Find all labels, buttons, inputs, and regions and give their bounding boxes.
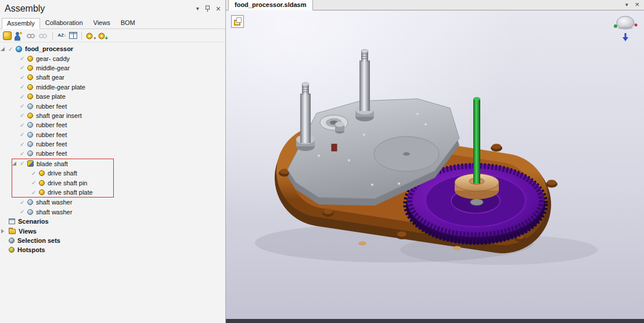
tree-item-middle-gear[interactable]: ✓middle-gear — [0, 63, 225, 73]
sort-alphabetical-icon[interactable]: AZ↓ — [57, 31, 67, 41]
panel-close-icon[interactable]: × — [216, 6, 221, 12]
tree-item-drive-shaft-plate[interactable]: ✓drive shaft plate — [12, 188, 113, 197]
tree-item-food-processor[interactable]: ✓food_processor — [0, 44, 225, 53]
expander-icon[interactable] — [12, 162, 16, 166]
model-standoff-cylinder-left[interactable] — [296, 82, 315, 151]
tree-item-rubber-feet[interactable]: ✓rubber feet — [0, 101, 225, 110]
tree-item-shaft-washer[interactable]: ✓shaft washer — [0, 198, 225, 207]
part-icon — [39, 170, 45, 176]
add-gear-icon[interactable]: + — [98, 31, 108, 41]
tree-item-label: gear- caddy — [36, 55, 70, 62]
add-component-icon[interactable] — [3, 31, 12, 40]
visibility-checkbox[interactable]: ✓ — [20, 103, 27, 109]
scenarios-icon — [9, 218, 15, 224]
visibility-gear-icon[interactable]: ▾ — [86, 31, 96, 41]
visibility-checkbox[interactable]: ✓ — [20, 209, 27, 215]
tree-item-label: drive shaft — [48, 170, 77, 177]
visibility-checkbox[interactable]: ✓ — [20, 141, 27, 148]
tree-item-label: base plate — [36, 93, 66, 100]
panel-tab-assembly[interactable]: Assembly — [2, 18, 40, 29]
doc-close-icon[interactable]: × — [635, 0, 639, 9]
visibility-checkbox[interactable]: ✓ — [20, 64, 27, 71]
tree-item-rubber-feet[interactable]: ✓rubber feet — [0, 139, 225, 149]
tree-item-scenarios[interactable]: Scenarios — [0, 217, 225, 226]
orbit-sphere-icon — [613, 14, 638, 45]
tree-item-base-plate[interactable]: ✓base plate — [0, 92, 225, 101]
viewport-mode-button[interactable] — [231, 15, 244, 28]
visibility-checkbox[interactable]: ✓ — [20, 84, 27, 90]
tree-item-drive-shaft[interactable]: ✓drive shaft — [12, 168, 113, 178]
tree-item-gear-caddy[interactable]: ✓gear- caddy — [0, 53, 225, 63]
visibility-checkbox[interactable]: ✓ — [20, 122, 27, 128]
tree-item-label: Scenarios — [18, 218, 49, 225]
selection-highlight-box: ✓blade shaft✓drive shaft✓drive shaft pin… — [12, 159, 114, 198]
document-tabbar: food_processor.sldasm ▾ × — [226, 0, 644, 10]
tree-item-label: rubber feet — [36, 141, 67, 148]
tree-item-label: shaft washer — [36, 199, 72, 206]
viewport-3d[interactable] — [226, 10, 644, 323]
fastener-icon — [27, 141, 33, 147]
panel-menu-icon[interactable]: ▾ — [196, 6, 199, 12]
panel-tab-bom[interactable]: BOM — [116, 17, 141, 28]
tree-item-label: shaft gear insert — [36, 112, 82, 119]
toolbar-separator — [81, 32, 82, 40]
tree-item-selection-sets[interactable]: Selection sets — [0, 236, 225, 245]
document-tab[interactable]: food_processor.sldasm — [228, 0, 313, 10]
navigation-widget[interactable] — [613, 14, 638, 45]
panel-header: Assembly ▾ × — [0, 0, 225, 17]
panel-tab-collaboration[interactable]: Collaboration — [40, 17, 88, 28]
fastener-icon — [27, 103, 33, 109]
part-icon — [27, 94, 33, 99]
visibility-checkbox[interactable]: ✓ — [20, 94, 27, 100]
collaboration-actor-icon[interactable] — [14, 31, 24, 41]
visibility-checkbox[interactable]: ✓ — [31, 189, 38, 196]
visibility-checkbox[interactable]: ✓ — [31, 180, 38, 186]
panel-tabbar: AssemblyCollaborationViewsBOM — [0, 17, 225, 29]
tree-item-rubber-feet[interactable]: ✓rubber feet — [0, 130, 225, 139]
expander-icon[interactable] — [1, 47, 5, 51]
tree-item-label: middle-gear plate — [36, 84, 85, 91]
tree-item-hotspots[interactable]: Hotspots — [0, 245, 225, 254]
visibility-checkbox[interactable]: ✓ — [20, 160, 27, 167]
hotspots-icon — [9, 247, 15, 253]
doc-tab-list-icon[interactable]: ▾ — [625, 2, 628, 8]
visibility-checkbox[interactable]: ✓ — [20, 199, 27, 206]
model-standoff-cylinder-right[interactable] — [355, 49, 374, 121]
visibility-checkbox[interactable]: ✓ — [20, 74, 27, 81]
tree-item-label: shaft washer — [36, 209, 72, 216]
tree-item-label: Views — [19, 228, 37, 235]
unlink-disabled-icon[interactable] — [38, 31, 48, 41]
tree-item-shaft-gear-insert[interactable]: ✓shaft gear insert — [0, 111, 225, 120]
column-grid-icon[interactable] — [69, 32, 77, 39]
tree-item-shaft-washer[interactable]: ✓shaft washer — [0, 207, 225, 217]
tree-item-rubber-feet[interactable]: ✓rubber feet — [0, 120, 225, 130]
assembly-tree[interactable]: ✓food_processor✓gear- caddy✓middle-gear✓… — [0, 42, 225, 323]
pin-icon[interactable] — [205, 5, 210, 12]
tree-item-label: middle-gear — [36, 64, 70, 71]
visibility-checkbox[interactable]: ✓ — [20, 112, 27, 119]
document-tabbar-controls: ▾ × — [625, 0, 644, 10]
tree-item-views[interactable]: Views — [0, 226, 225, 235]
part-icon — [39, 189, 45, 195]
tree-item-shaft-gear[interactable]: ✓shaft gear — [0, 73, 225, 82]
part-icon — [27, 56, 33, 62]
tree-item-middle-gear-plate[interactable]: ✓middle-gear plate — [0, 82, 225, 92]
tree-item-rubber-feet[interactable]: ✓rubber feet — [0, 149, 225, 158]
expander-icon[interactable] — [1, 229, 4, 234]
link-disabled-icon[interactable] — [26, 31, 36, 41]
panel-tab-views[interactable]: Views — [88, 17, 116, 28]
tree-item-label: rubber feet — [36, 150, 67, 157]
tree-item-label: rubber feet — [36, 121, 67, 128]
tree-item-drive-shaft-pin[interactable]: ✓drive shaft pin — [12, 178, 113, 187]
visibility-checkbox[interactable]: ✓ — [20, 55, 27, 62]
visibility-checkbox[interactable]: ✓ — [8, 46, 15, 52]
visibility-checkbox[interactable]: ✓ — [31, 170, 38, 177]
visibility-checkbox[interactable]: ✓ — [20, 131, 27, 138]
fastener-icon — [27, 132, 33, 138]
composer-cube-icon — [234, 20, 240, 26]
assembly-panel: Assembly ▾ × AssemblyCollaborationViewsB… — [0, 0, 226, 323]
tree-item-blade-shaft[interactable]: ✓blade shaft — [12, 159, 113, 168]
panel-toolbar: AZ↓▾+ — [0, 29, 225, 42]
visibility-checkbox[interactable]: ✓ — [20, 150, 27, 157]
document-area: food_processor.sldasm ▾ × — [226, 0, 644, 323]
